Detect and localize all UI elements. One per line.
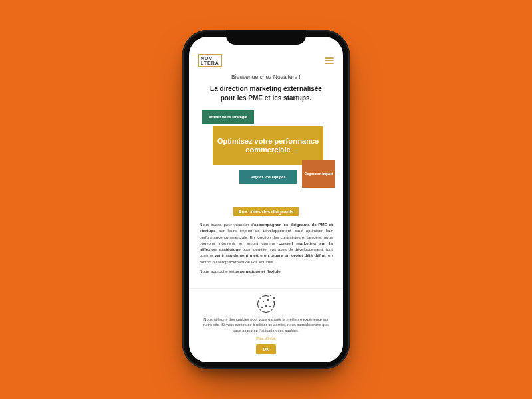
welcome-text: Bienvenue chez Novaltera ! [198,74,334,80]
cookie-text: Nous utilisons des cookies pour vous gar… [201,317,331,333]
phone-frame: NOV LTERA Bienvenue chez Novaltera ! La … [182,30,350,369]
logo-text-1: NOV [201,56,213,61]
box-impact[interactable]: Gagnez en impact [302,160,335,188]
cookie-banner: Nous utilisons des cookies pour vous gar… [189,288,343,362]
box-strategy[interactable]: Affinez votre stratégie [202,110,254,124]
phone-screen: NOV LTERA Bienvenue chez Novaltera ! La … [189,37,343,362]
page-headline: La direction marketing externalisée pour… [202,84,330,102]
intro-paragraph-2: Notre approche est pragmatique et flexib… [200,269,332,273]
box-teams[interactable]: Alignez vos équipes [239,170,297,184]
cookie-accept-button[interactable]: OK [256,344,276,354]
logo-text-2: LTERA [201,61,219,65]
feature-stage: Affinez votre stratégie Optimisez votre … [198,110,334,198]
cookie-icon [257,295,275,313]
section-chip: Aux côtés des dirigeants [233,207,299,216]
site-logo[interactable]: NOV LTERA [198,54,222,68]
intro-paragraph: Nous avons pour vocation d'accompagner l… [200,221,332,265]
cookie-more-link[interactable]: Plus d'infos [201,336,331,340]
site-header: NOV LTERA [198,54,334,67]
phone-notch [226,30,306,45]
webpage-viewport[interactable]: NOV LTERA Bienvenue chez Novaltera ! La … [189,37,343,362]
menu-icon[interactable] [325,57,334,64]
